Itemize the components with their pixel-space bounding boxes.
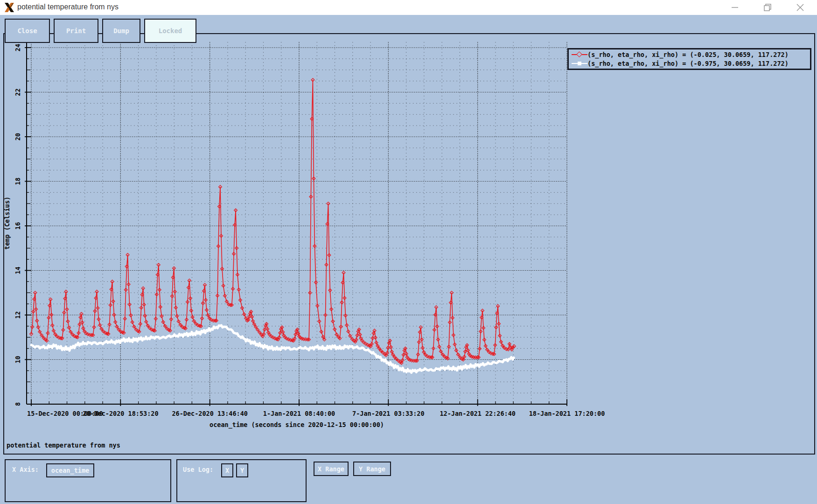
log-x-toggle-button[interactable]: X (221, 463, 233, 477)
minimize-button[interactable] (724, 0, 746, 14)
use-log-panel: Use Log: X Y (176, 459, 307, 502)
legend-entry-bottom: (s_rho, eta_rho, xi_rho) = (-0.975, 30.0… (572, 59, 810, 68)
x11-logo-icon (3, 1, 15, 14)
maximize-button[interactable] (757, 0, 778, 14)
restore-icon (762, 2, 773, 13)
plot-caption: potential temperature from nys (7, 441, 120, 449)
log-y-toggle-button[interactable]: Y (236, 463, 248, 477)
window-title: potential temperature from nys (17, 3, 119, 11)
print-button[interactable]: Print (54, 19, 98, 43)
close-plot-label: Close (17, 27, 37, 35)
legend-entry-label: (s_rho, eta_rho, xi_rho) = (-0.975, 30.0… (587, 60, 789, 67)
x-axis-variable-value: ocean_time (51, 467, 89, 474)
print-label: Print (66, 27, 86, 35)
close-icon (795, 2, 805, 13)
locked-label: Locked (159, 27, 182, 35)
dump-button[interactable]: Dump (102, 19, 140, 43)
minimize-icon (730, 2, 740, 13)
close-window-button[interactable] (789, 0, 811, 14)
x-range-label: X Range (318, 465, 344, 473)
app-window: potential temperature from nys 15-Dec-20… (0, 0, 817, 504)
log-x-label: X (225, 467, 229, 474)
legend-entry-surface: (s_rho, eta_rho, xi_rho) = (-0.025, 30.0… (572, 50, 810, 59)
use-log-label: Use Log: (183, 466, 213, 473)
white-square-marker-icon (572, 61, 587, 66)
legend-entry-label: (s_rho, eta_rho, xi_rho) = (-0.025, 30.0… (587, 51, 789, 58)
y-range-label: Y Range (359, 465, 385, 473)
y-range-button[interactable]: Y Range (353, 462, 391, 476)
x-axis-label: X Axis: (12, 466, 39, 473)
log-y-label: Y (240, 467, 244, 474)
legend: (s_rho, eta_rho, xi_rho) = (-0.025, 30.0… (567, 48, 811, 70)
titlebar: potential temperature from nys (0, 0, 817, 15)
locked-toggle-button[interactable]: Locked (144, 19, 196, 43)
red-diamond-marker-icon (572, 52, 587, 57)
close-plot-button[interactable]: Close (5, 19, 50, 43)
plot-panel-frame (3, 33, 815, 455)
dump-label: Dump (113, 27, 129, 35)
x-range-button[interactable]: X Range (314, 462, 349, 476)
x-axis-variable-button[interactable]: ocean_time (46, 463, 94, 477)
x-axis-panel: X Axis: ocean_time (5, 459, 171, 502)
